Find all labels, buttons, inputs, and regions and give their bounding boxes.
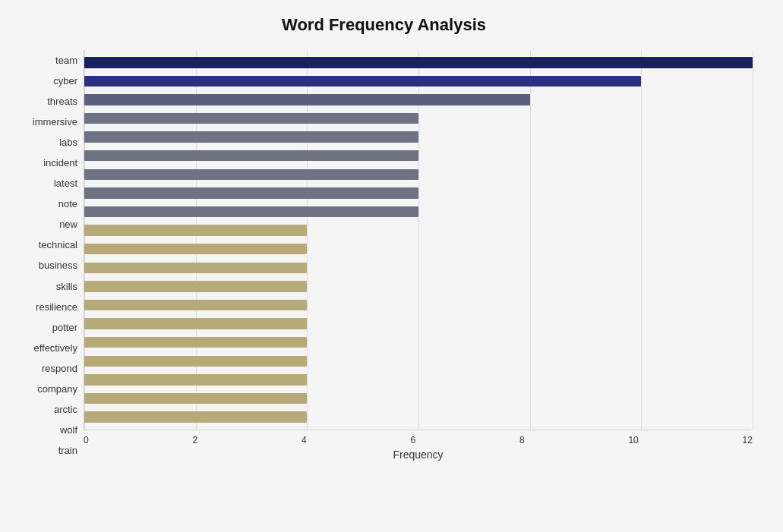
y-label: note — [58, 199, 77, 209]
bars-area — [84, 50, 753, 430]
y-label: labs — [59, 137, 77, 147]
bar — [84, 263, 307, 273]
bar-row — [84, 259, 753, 278]
y-label: respond — [42, 364, 77, 373]
bar — [84, 281, 307, 291]
bar-row — [84, 184, 753, 203]
x-axis-label: Frequency — [84, 449, 753, 461]
y-label: potter — [52, 323, 77, 332]
bar — [84, 244, 307, 254]
y-label: arctic — [54, 405, 77, 414]
bar — [84, 94, 530, 105]
bar-row — [84, 352, 753, 371]
x-axis: 024681012 — [84, 430, 753, 445]
bars-and-x: 024681012 Frequency — [84, 50, 753, 461]
bar — [84, 131, 418, 142]
bar — [84, 169, 418, 180]
bar — [84, 411, 307, 422]
bar — [84, 206, 418, 217]
x-tick: 4 — [302, 435, 307, 445]
bar — [84, 225, 307, 235]
bar — [84, 150, 418, 161]
bar-row — [84, 370, 753, 389]
bar — [84, 393, 307, 404]
bar — [84, 356, 307, 367]
y-label: new — [59, 219, 77, 229]
y-label: wolf — [60, 425, 77, 435]
chart-title: Word Frequency Analysis — [15, 15, 753, 35]
y-label: technical — [39, 240, 77, 250]
y-label: train — [58, 445, 77, 455]
bar-row — [84, 165, 753, 184]
bar — [84, 76, 641, 87]
bar-row — [84, 146, 753, 165]
x-tick: 2 — [192, 435, 197, 445]
bar-row — [84, 296, 753, 315]
y-label: business — [39, 260, 77, 270]
y-label: effectively — [33, 343, 77, 353]
y-label: company — [37, 384, 77, 394]
bar-row — [84, 408, 753, 427]
bar — [84, 57, 753, 68]
bar — [84, 374, 307, 385]
x-tick: 8 — [519, 435, 525, 445]
bar — [84, 187, 418, 198]
bar-row — [84, 90, 753, 109]
chart-area: teamcyberthreatsimmersivelabsincidentlat… — [15, 50, 753, 461]
y-labels: teamcyberthreatsimmersivelabsincidentlat… — [15, 50, 84, 461]
y-label: incident — [43, 158, 77, 168]
bar-row — [84, 277, 753, 296]
bar-row — [84, 203, 753, 222]
chart-container: Word Frequency Analysis teamcyberthreats… — [0, 0, 783, 532]
bar-row — [84, 53, 753, 72]
y-label: cyber — [53, 76, 77, 86]
bar-row — [84, 72, 753, 91]
bar-row — [84, 221, 753, 240]
bar-row — [84, 314, 753, 333]
bar — [84, 113, 418, 124]
y-label: threats — [47, 96, 77, 106]
bar-row — [84, 389, 753, 408]
bar — [84, 318, 307, 329]
y-label: team — [55, 55, 77, 65]
y-label: latest — [54, 178, 77, 188]
y-label: immersive — [33, 117, 77, 127]
bar — [84, 300, 307, 310]
x-tick: 0 — [84, 435, 89, 445]
bar — [84, 337, 307, 348]
y-label: skills — [56, 282, 77, 291]
bar-row — [84, 127, 753, 146]
bar-row — [84, 333, 753, 352]
y-label: resilience — [36, 302, 77, 312]
x-tick: 12 — [743, 435, 753, 445]
bars-wrapper — [84, 50, 753, 430]
bar-row — [84, 240, 753, 259]
x-tick: 10 — [628, 435, 638, 445]
bar-row — [84, 109, 753, 128]
grid-line — [753, 50, 753, 430]
x-tick: 6 — [410, 435, 415, 445]
